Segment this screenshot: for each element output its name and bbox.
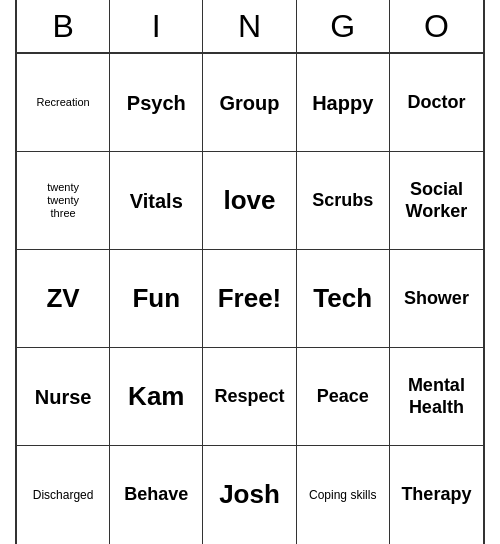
bingo-cell-9: Social Worker [390, 152, 483, 250]
header-letter: N [203, 0, 296, 52]
bingo-cell-8: Scrubs [297, 152, 390, 250]
bingo-cell-17: Respect [203, 348, 296, 446]
bingo-cell-4: Doctor [390, 54, 483, 152]
bingo-cell-5: twentytwentythree [17, 152, 110, 250]
bingo-cell-7: love [203, 152, 296, 250]
bingo-cell-14: Shower [390, 250, 483, 348]
bingo-cell-22: Josh [203, 446, 296, 544]
bingo-cell-21: Behave [110, 446, 203, 544]
bingo-card: BINGO RecreationPsychGroupHappyDoctortwe… [15, 0, 485, 544]
bingo-cell-3: Happy [297, 54, 390, 152]
bingo-header: BINGO [17, 0, 483, 54]
bingo-cell-18: Peace [297, 348, 390, 446]
bingo-grid: RecreationPsychGroupHappyDoctortwentytwe… [17, 54, 483, 544]
bingo-cell-10: ZV [17, 250, 110, 348]
header-letter: G [297, 0, 390, 52]
bingo-cell-11: Fun [110, 250, 203, 348]
bingo-cell-15: Nurse [17, 348, 110, 446]
bingo-cell-24: Therapy [390, 446, 483, 544]
bingo-cell-19: Mental Health [390, 348, 483, 446]
bingo-cell-0: Recreation [17, 54, 110, 152]
bingo-cell-6: Vitals [110, 152, 203, 250]
bingo-cell-13: Tech [297, 250, 390, 348]
bingo-cell-2: Group [203, 54, 296, 152]
header-letter: B [17, 0, 110, 52]
header-letter: I [110, 0, 203, 52]
bingo-cell-23: Coping skills [297, 446, 390, 544]
bingo-cell-12: Free! [203, 250, 296, 348]
bingo-cell-1: Psych [110, 54, 203, 152]
bingo-cell-20: Discharged [17, 446, 110, 544]
bingo-cell-16: Kam [110, 348, 203, 446]
header-letter: O [390, 0, 483, 52]
